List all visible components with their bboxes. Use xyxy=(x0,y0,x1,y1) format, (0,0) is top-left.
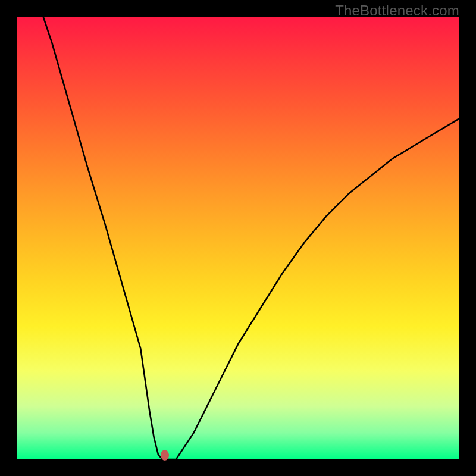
curve-svg xyxy=(17,17,459,459)
chart-container: TheBottleneck.com xyxy=(0,0,476,476)
bottleneck-curve xyxy=(43,17,459,459)
optimum-point-marker xyxy=(161,450,169,461)
plot-area xyxy=(17,17,459,459)
watermark-text: TheBottleneck.com xyxy=(335,2,459,19)
